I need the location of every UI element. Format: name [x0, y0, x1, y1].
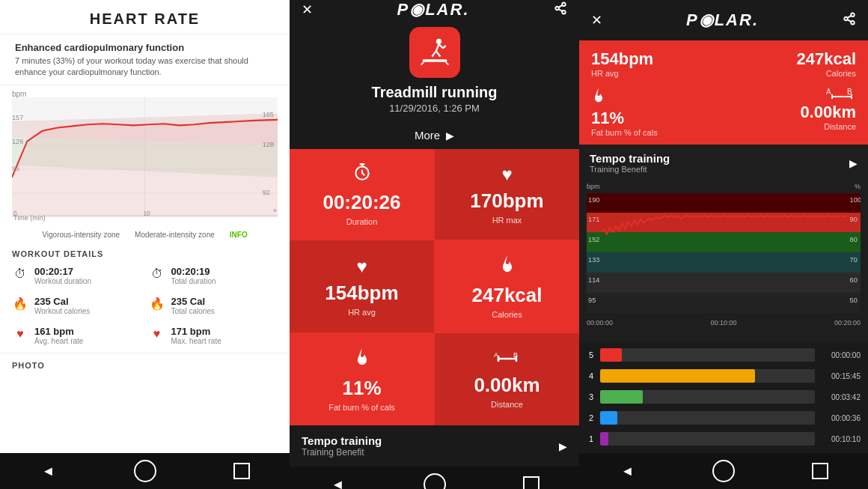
share-icon[interactable] — [554, 1, 567, 19]
timer-icon: ⏱ — [149, 266, 165, 282]
fat-burn-label: Fat burn % of cals — [328, 403, 395, 412]
svg-line-43 — [847, 15, 851, 17]
table-row: 1 00:10:10 — [587, 429, 861, 449]
rs-hr-avg-label: HR avg — [591, 69, 619, 78]
share-icon[interactable] — [843, 12, 856, 29]
list-item: 🔥 235 Cal Total calories — [149, 296, 278, 315]
svg-text:157: 157 — [12, 113, 23, 121]
workout-calories-value: 235 Cal — [34, 296, 90, 307]
more-row[interactable]: More ▶ — [290, 124, 579, 149]
svg-text:171: 171 — [588, 216, 599, 223]
svg-rect-53 — [587, 273, 861, 293]
zone-2-fill — [600, 411, 617, 425]
svg-text:190: 190 — [588, 196, 599, 204]
back-button[interactable]: ◄ — [35, 458, 62, 485]
rs-fat-burn-label: Fat burn % of cals — [591, 128, 658, 137]
stat-fat-burn: 11% Fat burn % of cals — [290, 333, 434, 425]
svg-point-39 — [851, 13, 855, 16]
tempo-section-header: Tempo training Training Benefit ▶ — [579, 145, 868, 178]
photo-label: PHOTO — [12, 361, 45, 370]
home-button[interactable] — [132, 458, 159, 485]
hr-avg-value: 154bpm — [325, 282, 398, 305]
zone-labels: Vigorous-intensity zone Moderate-intensi… — [0, 228, 290, 242]
close-icon[interactable]: ✕ — [591, 12, 602, 28]
hr-zone-chart: bpm % 190 171 152 133 114 95 100 90 80 7… — [579, 178, 868, 342]
svg-rect-51 — [587, 232, 861, 252]
distance-icon: A B — [826, 87, 856, 103]
zone-2-time: 00:00:36 — [819, 414, 861, 422]
svg-point-21 — [562, 10, 566, 14]
tempo-section-arrow[interactable]: ▶ — [849, 157, 858, 169]
svg-line-27 — [435, 51, 440, 56]
heart-icon: ♥ — [149, 326, 165, 342]
rs-calories: 247kcal Calories — [724, 49, 856, 78]
tempo-banner-2[interactable]: Tempo training Training Benefit ▶ — [290, 425, 579, 467]
svg-text:⌖: ⌖ — [273, 206, 277, 213]
more-arrow-icon: ▶ — [446, 130, 454, 142]
workout-info: Treadmill running 11/29/2016, 1:26 PM — [290, 19, 579, 124]
bottom-nav-1: ◄ — [0, 453, 290, 489]
total-calories-label: Total calories — [171, 307, 215, 315]
svg-text:126: 126 — [12, 137, 23, 145]
total-duration-value: 00:20:19 — [171, 266, 216, 277]
zone-2-bar — [600, 411, 815, 425]
time-10: 00:10:00 — [710, 319, 736, 326]
zone-1-bar — [600, 432, 815, 446]
hr-max-value: 170bpm — [470, 189, 543, 213]
tempo-sub-2: Training Benefit — [302, 447, 382, 458]
tempo-title-2: Tempo training — [302, 434, 382, 447]
svg-text:10: 10 — [143, 209, 150, 216]
recent-button[interactable] — [518, 471, 545, 489]
fat-burn-value: 11% — [342, 377, 381, 400]
svg-point-24 — [435, 39, 441, 44]
distance-value: 0.00km — [474, 374, 540, 397]
timer-icon: ⏱ — [12, 266, 28, 282]
distance-label: Distance — [491, 400, 523, 409]
workout-name: Treadmill running — [372, 84, 498, 101]
time-axis: 00:00:00 00:10:00 00:20:00 — [587, 316, 861, 329]
table-row: 5 00:00:00 — [587, 345, 861, 365]
zone-4-time: 00:15:45 — [819, 372, 861, 380]
rs-distance-label: Distance — [824, 122, 856, 131]
time-0: 00:00:00 — [587, 319, 613, 326]
svg-text:70: 70 — [850, 256, 858, 264]
recent-button[interactable] — [228, 458, 255, 485]
cardio-desc: 7 minutes (33%) of your workout today wa… — [15, 55, 275, 79]
cardio-title: Enhanced cardiopulmonary function — [15, 42, 275, 53]
zone-5-time: 00:00:00 — [819, 351, 861, 359]
svg-text:165: 165 — [263, 110, 274, 118]
recent-button[interactable] — [807, 458, 834, 485]
flame-icon: 🔥 — [149, 296, 165, 312]
hr-zone-svg: 190 171 152 133 114 95 100 90 80 70 60 5… — [587, 193, 861, 313]
rs-calories-label: Calories — [826, 69, 856, 78]
duration-value: 00:20:26 — [323, 191, 400, 214]
stat-duration: 00:20:26 Duration — [290, 149, 434, 240]
avg-hr-value: 161 bpm — [34, 326, 83, 337]
zone-3-time: 00:03:42 — [819, 393, 861, 401]
svg-text:50: 50 — [850, 297, 858, 304]
home-button[interactable] — [421, 471, 448, 489]
svg-rect-49 — [587, 193, 861, 213]
more-label: More — [415, 129, 440, 142]
back-button[interactable]: ◄ — [325, 471, 352, 489]
panel-tempo-training: ✕ P◉LAR. 154bpm HR avg 247kcal Calories — [579, 0, 868, 489]
zone-4-fill — [600, 369, 755, 383]
workout-details-title: WORKOUT DETAILS — [12, 249, 278, 258]
close-icon[interactable]: ✕ — [302, 1, 313, 18]
home-button[interactable] — [710, 458, 737, 485]
rs-distance-value: 0.00km — [800, 103, 856, 122]
polar-header-3: ✕ P◉LAR. — [579, 0, 868, 40]
stat-hr-avg: ♥ 154bpm HR avg — [290, 240, 434, 332]
zone-5-bar — [600, 348, 815, 362]
avg-hr-label: Avg. heart rate — [34, 337, 83, 345]
svg-text:90: 90 — [850, 216, 858, 223]
svg-text:152: 152 — [588, 236, 599, 243]
workout-details: WORKOUT DETAILS ⏱ 00:20:17 Workout durat… — [0, 242, 290, 353]
duration-label: Duration — [346, 217, 378, 226]
svg-text:128: 128 — [263, 141, 274, 148]
zone-3-fill — [600, 390, 643, 404]
info-link[interactable]: INFO — [230, 231, 248, 239]
back-button[interactable]: ◄ — [614, 458, 641, 485]
panel-workout-detail: ✕ P◉LAR. Treadmill r — [290, 0, 579, 489]
panel1-title: HEART RATE — [7, 10, 282, 28]
